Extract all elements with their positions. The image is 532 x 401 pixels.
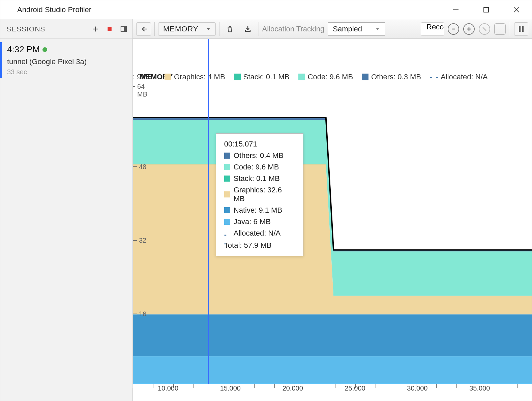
back-button[interactable] bbox=[136, 22, 151, 36]
sessions-panel: SESSIONS 4:32 PM tunnel (Google Pixel 3a… bbox=[0, 19, 133, 401]
hover-tooltip: 00:15.071 Others: 0.4 MBCode: 9.6 MBStac… bbox=[216, 133, 303, 256]
tooltip-row: Stack: 0.1 MB bbox=[224, 174, 295, 183]
svg-rect-15 bbox=[522, 26, 524, 32]
window-controls bbox=[441, 0, 532, 19]
svg-rect-6 bbox=[108, 27, 112, 31]
session-description: tunnel (Google Pixel 3a) bbox=[7, 57, 126, 66]
minimize-button[interactable] bbox=[441, 0, 471, 19]
swatch-graphics-icon bbox=[165, 74, 171, 80]
profiler-type-label: MEMORY bbox=[163, 25, 199, 33]
time-cursor[interactable] bbox=[208, 39, 209, 384]
x-axis-line bbox=[133, 384, 532, 384]
pause-live-button[interactable] bbox=[514, 22, 528, 36]
dump-heap-button[interactable] bbox=[240, 22, 255, 36]
add-session-icon[interactable] bbox=[91, 25, 99, 33]
chevron-down-icon bbox=[375, 27, 380, 31]
title-bar: Android Studio Profiler bbox=[0, 0, 532, 19]
svg-line-13 bbox=[483, 27, 486, 31]
zoom-out-button[interactable] bbox=[448, 23, 459, 35]
reset-zoom-button[interactable] bbox=[479, 23, 490, 35]
stop-session-icon[interactable] bbox=[106, 25, 114, 33]
app-window: Android Studio Profiler SESSIONS 4:32 PM bbox=[0, 0, 532, 401]
record-button[interactable]: Record bbox=[421, 22, 444, 36]
tooltip-total: Total: 57.9 MB bbox=[224, 241, 295, 250]
tooltip-row: Code: 9.6 MB bbox=[224, 163, 295, 171]
zoom-in-button[interactable] bbox=[463, 23, 475, 35]
svg-rect-1 bbox=[484, 7, 489, 12]
session-active-indicator bbox=[0, 42, 2, 78]
session-time: 4:32 PM bbox=[7, 44, 40, 55]
svg-rect-8 bbox=[124, 26, 126, 31]
tooltip-row: Java: 6 MB bbox=[224, 217, 295, 226]
maximize-button[interactable] bbox=[471, 0, 501, 19]
memory-chart-area[interactable]: : 9MB MEMORY Graphics: 4 MB Stack: 0.1 M… bbox=[133, 39, 532, 401]
gc-button[interactable] bbox=[223, 22, 237, 36]
sessions-header: SESSIONS bbox=[0, 19, 132, 39]
close-button[interactable] bbox=[501, 0, 532, 19]
session-live-dot-icon bbox=[42, 47, 47, 52]
x-axis-ticks: 10.00015.00020.00025.00030.00035.000 bbox=[133, 384, 532, 395]
swatch-code-icon bbox=[298, 74, 305, 80]
tooltip-row: Native: 9.1 MB bbox=[224, 206, 295, 215]
profiler-content: MEMORY Allocation Tracking Sampled Recor… bbox=[133, 19, 532, 401]
session-duration: 33 sec bbox=[7, 68, 126, 76]
tooltip-time: 00:15.071 bbox=[224, 140, 295, 149]
swatch-stack-icon bbox=[234, 74, 241, 80]
y-axis-ticks: 64 MB163248 bbox=[139, 89, 152, 384]
sessions-label: SESSIONS bbox=[6, 25, 45, 33]
session-item[interactable]: 4:32 PM tunnel (Google Pixel 3a) 33 sec bbox=[0, 39, 132, 81]
zoom-selection-button[interactable] bbox=[494, 23, 506, 35]
svg-marker-17 bbox=[133, 314, 532, 356]
chevron-down-icon bbox=[206, 27, 211, 31]
tracking-mode-dropdown[interactable]: Sampled bbox=[328, 22, 385, 36]
profiler-type-dropdown[interactable]: MEMORY bbox=[158, 22, 216, 36]
stacked-area-chart[interactable] bbox=[133, 89, 532, 384]
tracking-mode-value: Sampled bbox=[333, 25, 362, 33]
swatch-others-icon bbox=[362, 74, 368, 80]
window-title: Android Studio Profiler bbox=[17, 5, 91, 14]
tracking-label: Allocation Tracking bbox=[262, 25, 325, 33]
profiler-toolbar: MEMORY Allocation Tracking Sampled Recor… bbox=[133, 19, 532, 39]
collapse-panel-icon[interactable] bbox=[120, 25, 128, 33]
svg-marker-16 bbox=[133, 356, 532, 384]
tooltip-row: Graphics: 32.6 MB bbox=[224, 186, 295, 203]
tooltip-row: Others: 0.4 MB bbox=[224, 151, 295, 160]
svg-rect-14 bbox=[519, 26, 521, 32]
tooltip-row: - -Allocated: N/A bbox=[224, 229, 295, 238]
swatch-allocated-icon: - - bbox=[430, 73, 438, 81]
chart-legend: Graphics: 4 MB Stack: 0.1 MB Code: 9.6 M… bbox=[165, 73, 532, 81]
